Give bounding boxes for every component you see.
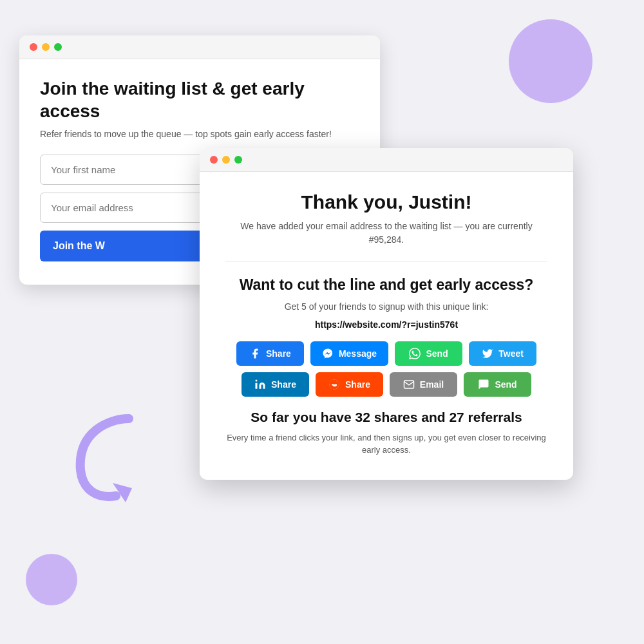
linkedin-share-button[interactable]: Share	[242, 372, 309, 397]
reddit-label: Share	[345, 379, 370, 390]
dot-yellow-front	[222, 156, 230, 164]
email-share-button[interactable]: Email	[390, 372, 457, 397]
twitter-label: Tweet	[498, 348, 524, 359]
reddit-icon	[328, 379, 340, 390]
twitter-icon	[482, 348, 493, 359]
linkedin-icon	[254, 379, 266, 390]
whatsapp-share-button[interactable]: Send	[395, 341, 462, 366]
decorative-circle-top-right	[509, 19, 592, 103]
decorative-circle-bottom-left	[26, 554, 77, 605]
dot-green-front	[234, 156, 242, 164]
decorative-arrow	[71, 412, 148, 502]
dot-red	[30, 43, 37, 51]
sms-share-button[interactable]: Send	[464, 372, 531, 397]
whatsapp-label: Send	[426, 348, 448, 359]
stats-title: So far you have 32 shares and 27 referra…	[225, 410, 547, 425]
facebook-label: Share	[266, 348, 291, 359]
window-titlebar-front	[200, 148, 573, 172]
thankyou-window: Thank you, Justin! We have added your em…	[200, 148, 573, 480]
thank-you-title: Thank you, Justin!	[225, 191, 547, 213]
sms-label: Send	[495, 379, 516, 390]
messenger-share-button[interactable]: Message	[310, 341, 388, 366]
signup-heading: Join the waiting list & get early access	[40, 77, 359, 122]
svg-point-1	[256, 379, 258, 381]
facebook-share-button[interactable]: Share	[236, 341, 304, 366]
email-label: Email	[420, 379, 444, 390]
referral-link: https://website.com/?r=justin576t	[225, 319, 547, 330]
dot-green	[54, 43, 62, 51]
reddit-share-button[interactable]: Share	[316, 372, 383, 397]
facebook-icon	[249, 348, 261, 359]
cut-line-title: Want to cut the line and get early acces…	[225, 276, 547, 295]
whatsapp-icon	[409, 348, 421, 359]
stats-subtitle: Every time a friend clicks your link, an…	[225, 431, 547, 457]
cut-line-subtitle: Get 5 of your friends to signup with thi…	[225, 301, 547, 312]
share-buttons-row-1: Share Message Send Tweet	[225, 341, 547, 366]
twitter-share-button[interactable]: Tweet	[469, 341, 536, 366]
messenger-icon	[322, 348, 334, 359]
sms-icon	[478, 379, 489, 390]
linkedin-label: Share	[271, 379, 296, 390]
window-titlebar-back	[19, 35, 380, 59]
signup-subtitle: Refer friends to move up the queue — top…	[40, 129, 359, 139]
email-icon	[403, 379, 415, 390]
thank-you-subtitle: We have added your email address to the …	[225, 220, 547, 247]
dot-red-front	[210, 156, 218, 164]
dot-yellow	[42, 43, 50, 51]
share-buttons-row-2: Share Share Email Send	[225, 372, 547, 397]
messenger-label: Message	[339, 348, 377, 359]
divider	[225, 261, 547, 261]
